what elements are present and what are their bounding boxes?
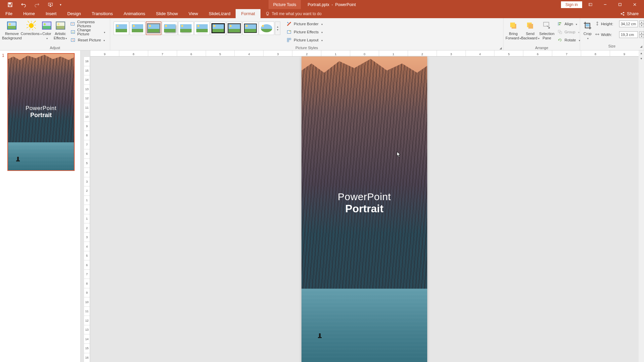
style-thumb-7[interactable] — [210, 22, 226, 35]
minimize-button[interactable] — [598, 0, 612, 9]
height-spinner[interactable]: ▲▼ — [639, 21, 644, 27]
share-icon — [620, 11, 625, 16]
send-backward-button[interactable]: Send Backward — [521, 20, 539, 41]
gallery-more-button[interactable]: ▴▾ — [275, 22, 280, 35]
crop-button[interactable]: Crop — [582, 20, 593, 41]
style-thumb-9[interactable] — [243, 22, 258, 35]
redo-button[interactable] — [31, 0, 43, 9]
slide-thumbnail-1[interactable]: PowerPoint Portrait — [7, 53, 75, 171]
scroll-up-button[interactable]: ▲ — [639, 50, 644, 56]
ribbon-display-options-button[interactable] — [583, 0, 597, 9]
slide-text-box[interactable]: PowerPoint Portrait — [301, 191, 427, 215]
adjust-group-label: Adjust — [0, 46, 110, 50]
slide-text-line1: PowerPoint — [301, 191, 427, 203]
compress-pictures-button[interactable]: Compress Pictures — [69, 20, 107, 28]
scroll-down-button[interactable]: ▼ — [639, 56, 644, 61]
tab-slidelizard[interactable]: SlideLizard — [203, 9, 236, 18]
context-tab-label: Picture Tools — [269, 0, 301, 9]
artistic-effects-icon — [55, 20, 66, 31]
align-button[interactable]: Align — [556, 20, 581, 28]
corrections-label: Corrections — [21, 32, 40, 36]
group-button[interactable]: Group — [556, 28, 581, 36]
tell-me-placeholder: Tell me what you want to do — [272, 11, 322, 16]
color-button[interactable]: Color — [41, 20, 53, 41]
tab-home[interactable]: Home — [18, 9, 40, 18]
workspace: 1 PowerPoint Portrait 987654321012345678… — [0, 50, 644, 362]
tab-slideshow[interactable]: Slide Show — [151, 9, 183, 18]
svg-point-13 — [623, 14, 625, 15]
corrections-icon — [26, 20, 37, 31]
picture-effects-button[interactable]: Picture Effects — [285, 28, 324, 36]
styles-launcher-button[interactable]: ◢ — [499, 46, 502, 50]
picture-border-label: Picture Border — [294, 22, 319, 26]
change-picture-button[interactable]: Change Picture — [69, 28, 107, 36]
title-separator: - — [330, 2, 335, 7]
maximize-button[interactable] — [613, 0, 627, 9]
reset-picture-icon — [70, 37, 76, 43]
bring-forward-button[interactable]: Bring Forward — [506, 20, 521, 41]
picture-effects-label: Picture Effects — [294, 30, 319, 34]
bring-forward-label: Bring Forward — [506, 32, 519, 40]
svg-rect-30 — [558, 30, 560, 32]
share-label: Share — [627, 11, 639, 16]
save-button[interactable] — [4, 0, 16, 9]
undo-button[interactable] — [17, 0, 30, 9]
vertical-scrollbar[interactable]: ▲ ▼ — [639, 50, 644, 362]
picture-layout-label: Picture Layout — [294, 38, 319, 42]
svg-rect-28 — [559, 23, 561, 24]
compress-label: Compress Pictures — [77, 20, 105, 28]
corrections-button[interactable]: Corrections — [22, 20, 41, 37]
style-thumb-8[interactable] — [227, 22, 242, 35]
tab-view[interactable]: View — [183, 9, 203, 18]
tab-animations[interactable]: Animations — [118, 9, 151, 18]
picture-border-icon — [286, 21, 292, 27]
slide-1[interactable]: PowerPoint Portrait — [301, 57, 427, 362]
rotate-button[interactable]: Rotate — [556, 36, 581, 44]
artistic-effects-button[interactable]: Artistic Effects — [53, 20, 68, 41]
group-arrange: Bring Forward Send Backward Selection Pa… — [504, 18, 580, 50]
selection-pane-icon — [541, 20, 552, 31]
title-center: Picture Tools Portrait.pptx - PowerPoint — [63, 0, 561, 9]
width-input[interactable]: 19,3 cm — [619, 31, 638, 38]
remove-background-button[interactable]: Remove Background — [2, 20, 22, 41]
tab-design[interactable]: Design — [62, 9, 86, 18]
style-thumb-5[interactable] — [178, 22, 194, 35]
share-button[interactable]: Share — [615, 9, 644, 18]
svg-rect-31 — [560, 32, 562, 34]
size-launcher-button[interactable]: ◢ — [640, 45, 642, 48]
slide-number-1: 1 — [2, 53, 5, 171]
crop-icon — [582, 20, 593, 31]
style-thumb-4[interactable] — [162, 22, 177, 35]
group-size: Crop Height: 34,12 cm ▲▼ Width: 19,3 cm … — [580, 18, 644, 50]
tab-format[interactable]: Format — [236, 9, 260, 18]
qat-customize-button[interactable]: ▾ — [58, 0, 63, 9]
slide-canvas-area[interactable]: 9876543210123456789 16151413121110987654… — [81, 50, 644, 362]
tell-me-search[interactable]: Tell me what you want to do — [260, 9, 326, 18]
tab-file[interactable]: File — [0, 9, 18, 18]
height-input[interactable]: 34,12 cm — [619, 21, 638, 27]
style-thumb-10[interactable] — [259, 22, 274, 35]
reset-picture-button[interactable]: Reset Picture — [69, 36, 107, 44]
width-label: Width: — [601, 33, 618, 37]
selection-pane-button[interactable]: Selection Pane — [539, 20, 554, 41]
picture-border-button[interactable]: Picture Border — [285, 20, 324, 28]
change-picture-icon — [70, 29, 75, 35]
document-title: Portrait.pptx - PowerPoint — [308, 2, 356, 7]
close-button[interactable] — [628, 0, 641, 9]
slide-thumbnail-panel: 1 PowerPoint Portrait — [0, 50, 81, 362]
picture-style-gallery: ▴▾ — [112, 20, 282, 37]
width-spinner[interactable]: ▲▼ — [639, 31, 644, 38]
tab-transitions[interactable]: Transitions — [86, 9, 118, 18]
style-thumb-3-selected[interactable] — [146, 22, 161, 35]
style-thumb-1[interactable] — [114, 22, 129, 35]
tab-insert[interactable]: Insert — [40, 9, 62, 18]
picture-layout-button[interactable]: Picture Layout — [285, 36, 324, 44]
color-label: Color — [42, 32, 51, 36]
start-from-beginning-button[interactable] — [44, 0, 56, 9]
svg-rect-14 — [71, 23, 75, 26]
sign-in-button[interactable]: Sign in — [561, 1, 582, 8]
style-thumb-2[interactable] — [130, 22, 145, 35]
horizontal-ruler: 9876543210123456789 — [90, 50, 639, 57]
style-thumb-6[interactable] — [194, 22, 210, 35]
reset-picture-label: Reset Picture — [78, 38, 101, 42]
